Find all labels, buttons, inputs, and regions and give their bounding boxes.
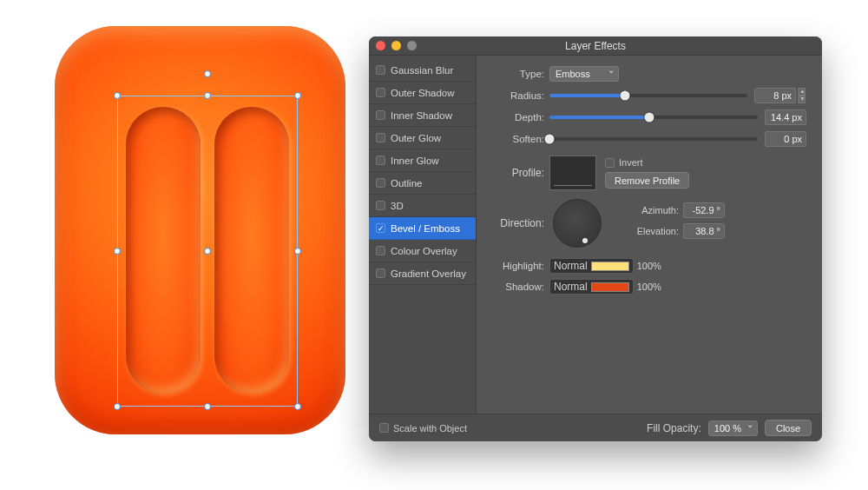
sidebar-item-label: Gaussian Blur <box>391 65 453 76</box>
shadow-opacity: 100% <box>637 281 661 292</box>
depth-value[interactable]: 14.4 px <box>765 109 806 125</box>
azimuth-value[interactable]: -52.9 ° <box>683 202 725 218</box>
sidebar-item-outline[interactable]: Outline <box>369 172 476 195</box>
titlebar: Layer Effects <box>369 36 822 56</box>
sidebar-item-bevel-emboss[interactable]: ✓ Bevel / Emboss <box>369 217 476 240</box>
soften-label: Soften: <box>487 134 549 144</box>
sidebar-item-label: Outline <box>391 178 422 189</box>
scale-with-object-label: Scale with Object <box>393 423 467 434</box>
dialog-footer: Scale with Object Fill Opacity: 100 % Cl… <box>369 414 822 441</box>
sidebar-item-label: 3D <box>391 201 404 211</box>
highlight-blend-control[interactable]: Normal <box>549 258 634 274</box>
depth-slider[interactable] <box>549 116 758 119</box>
profile-preview[interactable] <box>549 156 596 190</box>
type-select[interactable]: Emboss <box>549 66 619 82</box>
center-handle[interactable] <box>204 248 211 255</box>
layer-effects-dialog: Layer Effects Gaussian Blur Outer Shadow… <box>369 36 822 441</box>
radius-slider[interactable] <box>549 94 747 97</box>
checkbox-icon[interactable] <box>376 178 385 188</box>
checkbox-icon[interactable] <box>376 201 385 210</box>
sidebar-item-gaussian-blur[interactable]: Gaussian Blur <box>369 59 476 82</box>
highlight-swatch[interactable] <box>591 262 629 271</box>
effect-settings: Type: Emboss Radius: 8 px ▲▼ Depth: 14.4… <box>477 56 822 414</box>
fill-opacity-select[interactable]: 100 % <box>708 420 758 436</box>
sidebar-item-label: Outer Shadow <box>391 88 455 98</box>
checkbox-icon[interactable] <box>376 133 385 142</box>
selection-handle[interactable] <box>114 403 121 410</box>
sidebar-item-label: Inner Shadow <box>391 110 452 121</box>
sidebar-item-label: Inner Glow <box>391 156 439 166</box>
scale-with-object-checkbox[interactable] <box>379 423 389 433</box>
rotation-handle[interactable] <box>204 70 211 77</box>
highlight-opacity: 100% <box>637 261 661 271</box>
sidebar-item-outer-glow[interactable]: Outer Glow <box>369 127 476 149</box>
selection-handle[interactable] <box>294 92 301 99</box>
sidebar-item-inner-shadow[interactable]: Inner Shadow <box>369 104 476 127</box>
sidebar-item-label: Outer Glow <box>391 133 441 143</box>
sidebar-item-gradient-overlay[interactable]: Gradient Overlay <box>369 262 476 285</box>
sidebar-item-colour-overlay[interactable]: Colour Overlay <box>369 240 476 262</box>
checkbox-icon[interactable] <box>376 268 385 278</box>
invert-checkbox[interactable] <box>605 158 615 168</box>
elevation-label: Elevation: <box>633 226 683 236</box>
type-label: Type: <box>487 69 549 79</box>
sidebar-item-label: Gradient Overlay <box>391 268 466 279</box>
direction-dot-icon <box>582 238 588 243</box>
selection-handle[interactable] <box>114 92 121 99</box>
soften-slider[interactable] <box>549 137 758 141</box>
selection-handle[interactable] <box>114 248 121 255</box>
soften-value[interactable]: 0 px <box>765 131 806 147</box>
shadow-blend-mode: Normal <box>554 281 588 293</box>
checkbox-icon[interactable] <box>376 110 385 120</box>
effects-sidebar: Gaussian Blur Outer Shadow Inner Shadow … <box>369 56 477 414</box>
radius-stepper[interactable]: ▲▼ <box>798 88 806 103</box>
checkbox-icon[interactable] <box>376 246 385 255</box>
checkbox-icon[interactable] <box>376 156 385 165</box>
close-button[interactable]: Close <box>765 420 812 436</box>
highlight-blend-mode: Normal <box>554 260 588 272</box>
direction-dial[interactable] <box>553 199 602 248</box>
elevation-value[interactable]: 38.8 ° <box>683 223 725 239</box>
sidebar-item-outer-shadow[interactable]: Outer Shadow <box>369 82 476 104</box>
sidebar-item-label: Colour Overlay <box>391 246 457 256</box>
azimuth-label: Azimuth: <box>633 205 683 215</box>
checkbox-icon[interactable] <box>376 65 385 75</box>
canvas-preview <box>48 22 352 439</box>
selection-handle[interactable] <box>204 92 211 99</box>
shadow-label: Shadow: <box>487 281 549 292</box>
sidebar-item-3d[interactable]: 3D <box>369 195 476 217</box>
direction-label: Direction: <box>487 217 549 229</box>
radius-value[interactable]: 8 px <box>754 88 796 103</box>
checkbox-icon[interactable]: ✓ <box>376 223 385 233</box>
radius-label: Radius: <box>487 90 549 101</box>
selection-handle[interactable] <box>294 403 301 410</box>
fill-opacity-label: Fill Opacity: <box>647 422 701 434</box>
sidebar-item-inner-glow[interactable]: Inner Glow <box>369 149 476 172</box>
invert-label: Invert <box>619 157 643 168</box>
sidebar-item-label: Bevel / Emboss <box>391 223 460 234</box>
dialog-title: Layer Effects <box>369 40 822 52</box>
selection-handle[interactable] <box>294 248 301 255</box>
shadow-swatch[interactable] <box>591 282 629 292</box>
selection-handle[interactable] <box>204 403 211 410</box>
depth-label: Depth: <box>487 112 549 122</box>
checkbox-icon[interactable] <box>376 88 385 97</box>
shadow-blend-control[interactable]: Normal <box>549 279 634 295</box>
profile-label: Profile: <box>487 167 549 179</box>
remove-profile-button[interactable]: Remove Profile <box>605 172 689 189</box>
highlight-label: Highlight: <box>487 261 549 271</box>
